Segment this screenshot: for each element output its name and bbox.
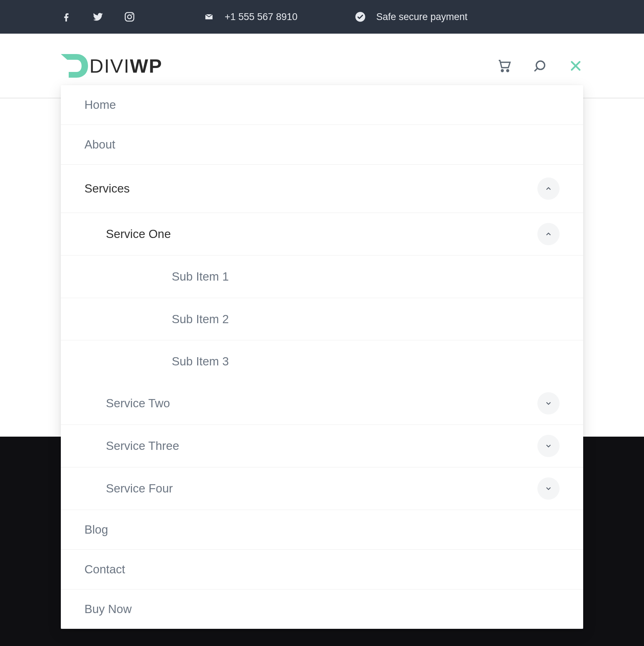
nav-item-about[interactable]: About [61, 125, 583, 165]
secure-group: Safe secure payment [355, 11, 467, 23]
nav-label-contact: Contact [84, 563, 125, 576]
nav-label-about: About [84, 138, 115, 151]
phone-group: +1 555 567 8910 [203, 11, 297, 23]
chevron-up-icon[interactable] [537, 178, 560, 200]
chevron-down-icon[interactable] [537, 392, 560, 414]
topbar: +1 555 567 8910 Safe secure payment [0, 0, 644, 34]
nav-item-sub-2[interactable]: Sub Item 2 [61, 298, 583, 340]
nav-item-sub-3[interactable]: Sub Item 3 [61, 340, 583, 382]
nav-item-buy-now[interactable]: Buy Now [61, 589, 583, 629]
mobile-nav-panel: Home About Services Service One Sub Item… [61, 85, 583, 629]
svg-point-5 [507, 69, 508, 71]
nav-label-sub-1: Sub Item 1 [172, 270, 229, 283]
nav-item-contact[interactable]: Contact [61, 550, 583, 589]
nav-label-sub-3: Sub Item 3 [172, 355, 229, 368]
chevron-up-icon[interactable] [537, 223, 560, 245]
cart-icon[interactable] [497, 58, 512, 73]
nav-item-service-two[interactable]: Service Two [106, 382, 560, 424]
nav-label-home: Home [84, 98, 116, 112]
phone-text: +1 555 567 8910 [225, 11, 297, 23]
nav-label-buy-now: Buy Now [84, 602, 132, 616]
chevron-down-icon[interactable] [537, 435, 560, 457]
nav-label-services: Services [84, 182, 130, 195]
nav-sub-service-one: Service One [61, 213, 583, 256]
nav-item-sub-1[interactable]: Sub Item 1 [61, 256, 583, 298]
svg-point-4 [501, 69, 503, 71]
close-menu-icon[interactable] [568, 58, 583, 73]
logo-text-divi: DIVI [89, 55, 130, 77]
nav-label-sub-2: Sub Item 2 [172, 312, 229, 326]
search-icon[interactable] [532, 58, 547, 73]
check-circle-icon [355, 11, 366, 23]
site-logo[interactable]: DIVIWP [61, 54, 162, 78]
nav-label-service-four: Service Four [106, 482, 173, 495]
nav-sub-service-two: Service Two [61, 382, 583, 425]
logo-text: DIVIWP [89, 55, 162, 77]
nav-sub-service-three: Service Three [61, 425, 583, 467]
nav-label-service-one: Service One [106, 227, 171, 241]
page-root: +1 555 567 8910 Safe secure payment DIVI… [0, 0, 644, 646]
facebook-icon[interactable] [61, 11, 72, 23]
nav-item-service-one[interactable]: Service One [106, 213, 560, 255]
nav-sub-service-four: Service Four [61, 467, 583, 510]
svg-point-6 [536, 61, 545, 69]
secure-text: Safe secure payment [376, 11, 467, 23]
mail-icon[interactable] [203, 11, 215, 23]
chevron-down-icon[interactable] [537, 477, 560, 500]
twitter-icon[interactable] [92, 11, 104, 23]
logo-text-wp: WP [130, 55, 162, 77]
nav-label-blog: Blog [84, 523, 108, 536]
nav-item-service-three[interactable]: Service Three [106, 425, 560, 467]
svg-point-1 [128, 15, 132, 19]
nav-label-service-two: Service Two [106, 397, 170, 410]
logo-mark-icon [61, 54, 88, 78]
nav-item-services[interactable]: Services [61, 165, 583, 213]
svg-point-2 [132, 14, 133, 15]
nav-item-service-four[interactable]: Service Four [106, 467, 560, 510]
header-actions [497, 58, 583, 73]
social-icons-group [61, 11, 135, 23]
nav-item-home[interactable]: Home [61, 85, 583, 125]
nav-label-service-three: Service Three [106, 439, 179, 453]
nav-item-blog[interactable]: Blog [61, 510, 583, 550]
instagram-icon[interactable] [124, 11, 135, 23]
